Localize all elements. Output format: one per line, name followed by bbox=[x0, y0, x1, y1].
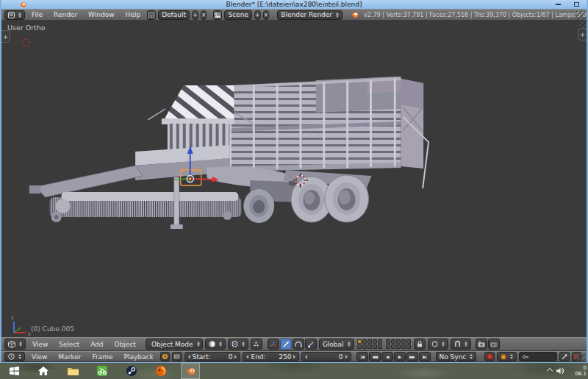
mode-select[interactable]: Object Mode bbox=[146, 339, 203, 350]
frame-display-button[interactable] bbox=[172, 352, 182, 361]
taskbar-firefox-button[interactable] bbox=[151, 363, 171, 379]
taskbar-green-app-button[interactable] bbox=[93, 363, 112, 379]
manipulator-rotate-button[interactable] bbox=[293, 339, 304, 350]
menu-tl-playback[interactable]: Playback bbox=[120, 353, 158, 361]
menu-tl-marker[interactable]: Marker bbox=[54, 353, 85, 361]
scale-icon bbox=[307, 341, 315, 348]
screen-layout-name[interactable]: Default bbox=[158, 10, 190, 20]
insert-keyframe-button[interactable] bbox=[559, 352, 569, 361]
frame-end-field[interactable]: End:250 bbox=[243, 352, 299, 361]
title-bar[interactable]: Blender* [E:\dateien\ax280\einteil.blend… bbox=[1, 0, 587, 9]
taskbar-home-button[interactable] bbox=[34, 363, 53, 379]
prev-keyframe-button[interactable]: ◀◀ bbox=[369, 352, 381, 361]
manipulator-toggle-button[interactable] bbox=[268, 339, 279, 350]
scene-name[interactable]: Scene bbox=[224, 10, 251, 20]
menu-view[interactable]: View bbox=[28, 341, 52, 348]
pivot-point-select[interactable] bbox=[228, 339, 248, 350]
manipulator-translate-button[interactable] bbox=[280, 339, 292, 350]
active-keying-set-field[interactable] bbox=[519, 352, 557, 361]
maximize-button[interactable] bbox=[574, 2, 579, 7]
layer-toggle[interactable] bbox=[406, 339, 411, 344]
jump-to-end-button[interactable]: ▶| bbox=[419, 352, 431, 361]
taskbar-steam-button[interactable] bbox=[122, 363, 141, 379]
area-resize-grip[interactable] bbox=[576, 11, 585, 20]
unlink-layout-button[interactable]: × bbox=[201, 10, 207, 20]
layer-toggle[interactable] bbox=[362, 344, 367, 349]
layer-toggle[interactable] bbox=[406, 344, 411, 349]
area-resize-grip[interactable] bbox=[576, 353, 585, 361]
transform-orientation-select[interactable]: Global bbox=[319, 339, 354, 350]
jump-to-start-button[interactable]: |◀ bbox=[356, 352, 368, 361]
proportional-edit-select[interactable] bbox=[428, 339, 448, 350]
use-preview-range-button[interactable] bbox=[160, 352, 170, 361]
start-button[interactable] bbox=[4, 363, 24, 379]
render-still-button[interactable] bbox=[476, 339, 487, 350]
viewport-canvas[interactable]: x z bbox=[1, 21, 587, 337]
scene-browse-button[interactable] bbox=[213, 10, 222, 20]
play-button[interactable]: ▶ bbox=[394, 352, 406, 361]
snap-select[interactable] bbox=[451, 339, 471, 350]
menu-tl-frame[interactable]: Frame bbox=[87, 353, 117, 361]
menu-object[interactable]: Object bbox=[110, 341, 140, 348]
layer-toggle[interactable] bbox=[373, 339, 377, 344]
frame-start-field[interactable]: Start:0 bbox=[184, 352, 241, 361]
menu-tl-view[interactable]: View bbox=[27, 353, 51, 361]
render-animation-button[interactable] bbox=[488, 339, 500, 350]
layer-toggle[interactable] bbox=[386, 344, 390, 349]
render-engine-select[interactable]: Blender Render bbox=[277, 10, 343, 20]
manipulator-scale-button[interactable] bbox=[305, 339, 317, 350]
layer-toggle[interactable] bbox=[396, 339, 401, 344]
auto-keyframe-button[interactable] bbox=[484, 352, 494, 361]
add-scene-button[interactable]: + bbox=[254, 10, 261, 20]
editor-type-timeline-button[interactable] bbox=[4, 352, 25, 361]
speaker-icon[interactable] bbox=[556, 367, 564, 375]
keying-set-select[interactable] bbox=[497, 352, 517, 361]
layer-toggle[interactable] bbox=[362, 339, 367, 344]
editor-type-info-button[interactable] bbox=[4, 10, 25, 20]
lamp-marker[interactable] bbox=[22, 39, 29, 46]
viewport-shading-select[interactable] bbox=[205, 339, 226, 350]
layer-toggle[interactable] bbox=[391, 339, 395, 344]
layer-toggle[interactable] bbox=[401, 339, 406, 344]
toolshelf-open-tab[interactable]: + bbox=[1, 30, 10, 43]
viewport-corner-grip[interactable] bbox=[578, 21, 587, 29]
menu-select[interactable]: Select bbox=[54, 341, 84, 348]
layer-toggle[interactable] bbox=[391, 344, 395, 349]
add-layout-button[interactable]: + bbox=[192, 10, 198, 20]
viewport-3d[interactable]: x z User Ortho (0) Cube.005 + + bbox=[1, 21, 587, 337]
shading-solid-icon bbox=[209, 341, 215, 347]
manipulate-center-points-button[interactable] bbox=[251, 339, 262, 350]
layer-toggle[interactable] bbox=[401, 344, 406, 349]
menu-window[interactable]: Window bbox=[84, 11, 119, 18]
next-keyframe-button[interactable]: ▶▶ bbox=[406, 352, 418, 361]
layer-toggle[interactable] bbox=[368, 344, 372, 349]
scene-statistics: v2.79 | Verts:37,791 | Faces:27,516 | Tr… bbox=[364, 12, 588, 18]
layer-toggle[interactable] bbox=[386, 339, 390, 344]
menu-file[interactable]: File bbox=[27, 11, 47, 18]
sync-mode-select[interactable]: No Sync bbox=[436, 352, 477, 361]
editor-type-3dview-button[interactable] bbox=[4, 339, 26, 350]
properties-open-tab[interactable]: + bbox=[578, 28, 587, 40]
menu-help[interactable]: Help bbox=[121, 11, 146, 18]
clock-time: 0 bbox=[584, 365, 587, 371]
menu-render[interactable]: Render bbox=[49, 11, 82, 18]
layer-toggle[interactable] bbox=[373, 344, 377, 349]
layer-toggle[interactable] bbox=[368, 339, 372, 344]
taskbar-blender-button[interactable] bbox=[181, 363, 200, 379]
tray-expand-icon[interactable] bbox=[547, 368, 553, 374]
layer-toggle[interactable] bbox=[396, 344, 401, 349]
screen-layout-browse-button[interactable] bbox=[147, 10, 156, 20]
layer-toggle[interactable] bbox=[378, 344, 382, 349]
lock-to-scene-button[interactable] bbox=[414, 339, 426, 350]
layer-group-1 bbox=[357, 339, 382, 349]
layer-toggle[interactable] bbox=[357, 339, 362, 344]
layer-toggle[interactable] bbox=[378, 339, 382, 344]
menu-add[interactable]: Add bbox=[86, 341, 107, 348]
delete-scene-button[interactable]: × bbox=[263, 10, 270, 20]
layer-toggle[interactable] bbox=[357, 344, 362, 349]
play-reverse-button[interactable]: ◀ bbox=[381, 352, 393, 361]
taskbar-file-explorer-button[interactable] bbox=[63, 363, 82, 379]
taskbar-clock[interactable]: 0 06.1 bbox=[569, 365, 587, 377]
current-frame-field[interactable]: 0 bbox=[301, 352, 351, 361]
minimize-button[interactable] bbox=[556, 4, 561, 5]
